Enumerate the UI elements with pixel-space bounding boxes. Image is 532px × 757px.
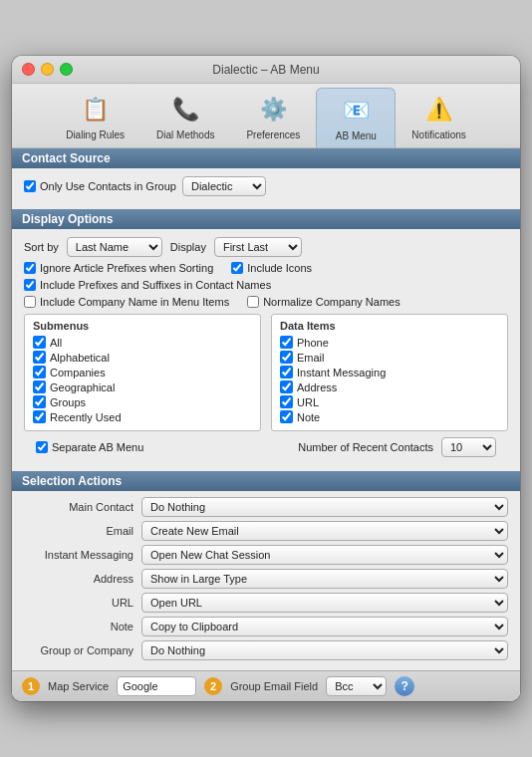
email-select[interactable]: Create New Email bbox=[141, 521, 508, 541]
maximize-button[interactable] bbox=[60, 63, 73, 76]
dataitem-url: URL bbox=[280, 395, 499, 408]
dataitem-note: Note bbox=[280, 410, 499, 423]
submenu-alphabetical: Alphabetical bbox=[33, 351, 252, 364]
note-select[interactable]: Copy to Clipboard bbox=[141, 617, 508, 636]
selection-actions-body: Main Contact Do Nothing Email Create New… bbox=[12, 491, 520, 670]
notifications-icon: ⚠️ bbox=[421, 92, 457, 127]
tab-ab-menu[interactable]: 📧 AB Menu bbox=[316, 88, 396, 147]
help-button[interactable]: ? bbox=[395, 676, 414, 696]
include-prefixes-checkbox[interactable] bbox=[24, 279, 36, 291]
sort-row: Sort by Last Name Display First Last bbox=[24, 237, 508, 257]
action-note: Note Copy to Clipboard bbox=[12, 617, 520, 636]
contact-group-select[interactable]: Dialectic bbox=[182, 176, 266, 196]
data-items-box: Data Items Phone Email Instant Messaging bbox=[271, 314, 508, 431]
recent-contacts-select[interactable]: 10 bbox=[441, 437, 496, 457]
sort-by-label: Sort by bbox=[24, 241, 59, 253]
separate-ab-checkbox[interactable] bbox=[36, 441, 48, 453]
map-service-input[interactable] bbox=[117, 676, 196, 696]
email-label: Email bbox=[24, 525, 133, 537]
map-service-label: Map Service bbox=[48, 680, 109, 692]
tab-dialing-rules[interactable]: 📋 Dialing Rules bbox=[50, 88, 140, 147]
action-email: Email Create New Email bbox=[12, 521, 520, 541]
submenus-title: Submenus bbox=[33, 320, 252, 332]
normalize-company-checkbox[interactable] bbox=[247, 296, 259, 308]
tab-notifications[interactable]: ⚠️ Notifications bbox=[396, 88, 481, 147]
display-options-header: Display Options bbox=[12, 209, 520, 229]
dataitem-im: Instant Messaging bbox=[280, 366, 499, 378]
display-options-body: Sort by Last Name Display First Last Ign… bbox=[12, 229, 520, 471]
dataitem-note-checkbox[interactable] bbox=[280, 410, 293, 423]
contact-source-body: Only Use Contacts in Group Dialectic bbox=[12, 168, 520, 209]
action-main-contact: Main Contact Do Nothing bbox=[12, 497, 520, 517]
action-im: Instant Messaging Open New Chat Session bbox=[12, 545, 520, 565]
include-company-checkbox[interactable] bbox=[24, 296, 36, 308]
minimize-button[interactable] bbox=[41, 63, 54, 76]
action-group-company: Group or Company Do Nothing bbox=[12, 640, 520, 660]
tab-dial-methods-label: Dial Methods bbox=[156, 129, 214, 140]
address-select[interactable]: Show in Large Type bbox=[141, 569, 508, 589]
note-label: Note bbox=[24, 621, 133, 632]
dataitem-url-checkbox[interactable] bbox=[280, 395, 293, 408]
url-select[interactable]: Open URL bbox=[141, 593, 508, 613]
submenu-geographical-checkbox[interactable] bbox=[33, 380, 46, 393]
include-icons-label[interactable]: Include Icons bbox=[231, 262, 312, 274]
window-title: Dialectic – AB Menu bbox=[212, 63, 319, 77]
submenu-groups-checkbox[interactable] bbox=[33, 395, 46, 408]
dataitem-email-checkbox[interactable] bbox=[280, 351, 293, 364]
url-label: URL bbox=[24, 597, 133, 609]
ignore-article-checkbox[interactable] bbox=[24, 262, 36, 274]
dataitem-phone-checkbox[interactable] bbox=[280, 336, 293, 349]
dataitem-im-checkbox[interactable] bbox=[280, 366, 293, 378]
include-icons-checkbox[interactable] bbox=[231, 262, 243, 274]
ab-menu-icon: 📧 bbox=[338, 93, 374, 128]
dialing-rules-icon: 📋 bbox=[78, 92, 114, 127]
contact-source-header: Contact Source bbox=[12, 148, 520, 168]
checkbox-row-1: Ignore Article Prefixes when Sorting Inc… bbox=[24, 262, 508, 274]
group-email-select[interactable]: Bcc To Cc bbox=[326, 676, 387, 696]
tab-preferences-label: Preferences bbox=[246, 129, 300, 140]
selection-actions-header: Selection Actions bbox=[12, 471, 520, 491]
badge-2: 2 bbox=[204, 677, 222, 695]
include-prefixes-label[interactable]: Include Prefixes and Suffixes in Contact… bbox=[24, 279, 271, 291]
titlebar-buttons bbox=[22, 63, 73, 76]
submenu-recently-used: Recently Used bbox=[33, 410, 252, 423]
tab-dial-methods[interactable]: 📞 Dial Methods bbox=[140, 88, 230, 147]
dataitem-address: Address bbox=[280, 380, 499, 393]
ignore-article-label[interactable]: Ignore Article Prefixes when Sorting bbox=[24, 262, 213, 274]
group-company-label: Group or Company bbox=[24, 644, 133, 656]
group-company-select[interactable]: Do Nothing bbox=[141, 640, 508, 660]
im-select[interactable]: Open New Chat Session bbox=[141, 545, 508, 565]
action-url: URL Open URL bbox=[12, 593, 520, 613]
bottom-options-row: Separate AB Menu Number of Recent Contac… bbox=[24, 431, 508, 463]
close-button[interactable] bbox=[22, 63, 35, 76]
dial-methods-icon: 📞 bbox=[167, 92, 203, 127]
only-use-contacts-label[interactable]: Only Use Contacts in Group bbox=[24, 180, 176, 192]
submenu-geographical: Geographical bbox=[33, 380, 252, 393]
address-label: Address bbox=[24, 573, 133, 585]
submenu-all-checkbox[interactable] bbox=[33, 336, 46, 349]
submenu-all: All bbox=[33, 336, 252, 349]
separate-ab-label[interactable]: Separate AB Menu bbox=[36, 441, 143, 453]
normalize-company-label[interactable]: Normalize Company Names bbox=[247, 296, 400, 308]
titlebar: Dialectic – AB Menu bbox=[12, 56, 520, 84]
submenu-companies-checkbox[interactable] bbox=[33, 366, 46, 378]
submenu-recently-used-checkbox[interactable] bbox=[33, 410, 46, 423]
submenu-groups: Groups bbox=[33, 395, 252, 408]
toolbar: 📋 Dialing Rules 📞 Dial Methods ⚙️ Prefer… bbox=[12, 84, 520, 148]
display-label: Display bbox=[170, 241, 206, 253]
tab-dialing-rules-label: Dialing Rules bbox=[66, 129, 125, 140]
tab-preferences[interactable]: ⚙️ Preferences bbox=[230, 88, 316, 147]
main-contact-select[interactable]: Do Nothing bbox=[141, 497, 508, 517]
submenu-companies: Companies bbox=[33, 366, 252, 378]
lists-container: Submenus All Alphabetical Companies bbox=[24, 314, 508, 431]
sort-by-select[interactable]: Last Name bbox=[67, 237, 162, 257]
display-select[interactable]: First Last bbox=[214, 237, 302, 257]
tab-ab-menu-label: AB Menu bbox=[336, 130, 377, 141]
submenu-alphabetical-checkbox[interactable] bbox=[33, 351, 46, 364]
include-company-label[interactable]: Include Company Name in Menu Items bbox=[24, 296, 229, 308]
action-address: Address Show in Large Type bbox=[12, 569, 520, 589]
dataitem-address-checkbox[interactable] bbox=[280, 380, 293, 393]
only-use-contacts-checkbox[interactable] bbox=[24, 180, 36, 192]
contact-source-row: Only Use Contacts in Group Dialectic bbox=[24, 176, 508, 196]
footer-bar: 1 Map Service 2 Group Email Field Bcc To… bbox=[12, 670, 520, 701]
